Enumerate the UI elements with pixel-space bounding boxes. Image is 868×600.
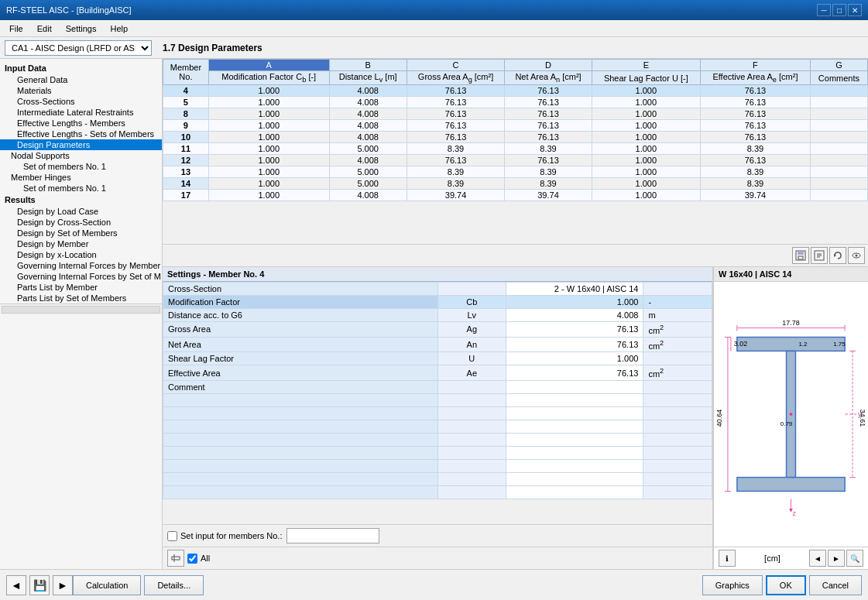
- sidebar-item-design-member[interactable]: Design by Member: [0, 238, 162, 249]
- settings-row[interactable]: Comment: [163, 380, 712, 393]
- sidebar-item-effective-lengths-sets[interactable]: Effective Lengths - Sets of Members: [0, 129, 162, 139]
- design-case-dropdown[interactable]: CA1 - AISC Design (LRFD or ASD): [5, 40, 152, 56]
- cs-footer: ℹ [cm] ◄ ► 🔍: [714, 547, 868, 569]
- table-row[interactable]: 13 1.000 5.000 8.39 8.39 1.000 8.39: [163, 166, 868, 178]
- settings-row[interactable]: Net Area An 76.13 cm2: [163, 337, 712, 352]
- settings-unit: cm2: [643, 337, 712, 352]
- sidebar-item-design-set-members[interactable]: Design by Set of Members: [0, 228, 162, 238]
- sidebar-item-governing-set[interactable]: Governing Internal Forces by Set of M: [0, 271, 162, 282]
- svg-text:1.75: 1.75: [833, 341, 846, 348]
- cell-member: 5: [163, 97, 209, 108]
- table-row[interactable]: 4 1.000 4.008 76.13 76.13 1.000 76.13: [163, 85, 868, 97]
- cell-net-area: 8.39: [505, 143, 592, 155]
- graphics-button[interactable]: Graphics: [702, 575, 763, 595]
- section-title: 1.7 Design Parameters: [156, 43, 269, 53]
- nav-save-btn[interactable]: 💾: [29, 575, 50, 595]
- settings-row-empty: [163, 393, 712, 406]
- table-row[interactable]: 14 1.000 5.000 8.39 8.39 1.000 8.39: [163, 178, 868, 190]
- cell-effective-area: 76.13: [701, 108, 811, 120]
- settings-unit: m: [643, 309, 712, 322]
- cell-net-area: 39.74: [505, 190, 592, 201]
- settings-add-btn[interactable]: [167, 550, 184, 567]
- export-icon-btn[interactable]: [811, 247, 828, 264]
- table-row[interactable]: 10 1.000 4.008 76.13 76.13 1.000 76.13: [163, 132, 868, 143]
- settings-row[interactable]: Gross Area Ag 76.13 cm2: [163, 322, 712, 338]
- save-icon-btn[interactable]: [792, 247, 809, 264]
- table-row[interactable]: 9 1.000 4.008 76.13 76.13 1.000 76.13: [163, 120, 868, 132]
- members-input[interactable]: [286, 528, 379, 543]
- sidebar-item-parts-list-set[interactable]: Parts List by Set of Members: [0, 293, 162, 303]
- minimize-button[interactable]: ─: [817, 4, 831, 16]
- settings-row[interactable]: Cross-Section 2 - W 16x40 | AISC 14: [163, 283, 712, 296]
- settings-row[interactable]: Effective Area Ae 76.13 cm2: [163, 365, 712, 381]
- sidebar-item-nodal-set1[interactable]: Set of members No. 1: [0, 161, 162, 172]
- cell-member: 4: [163, 85, 209, 97]
- cs-prev-btn[interactable]: ◄: [809, 550, 826, 567]
- sidebar-item-governing-member[interactable]: Governing Internal Forces by Member: [0, 260, 162, 271]
- eye-icon-btn[interactable]: [848, 247, 865, 264]
- settings-row-empty: [163, 406, 712, 420]
- cell-shear-lag: 1.000: [592, 132, 700, 143]
- sidebar-item-intermediate-lateral[interactable]: Intermediate Lateral Restraints: [0, 107, 162, 118]
- table-row[interactable]: 8 1.000 4.008 76.13 76.13 1.000 76.13: [163, 108, 868, 120]
- settings-value: [506, 380, 643, 393]
- details-button[interactable]: Details...: [144, 575, 204, 595]
- settings-row[interactable]: Shear Lag Factor U 1.000: [163, 352, 712, 365]
- svg-text:40.64: 40.64: [715, 410, 723, 427]
- sidebar-item-effective-lengths-members[interactable]: Effective Lengths - Members: [0, 118, 162, 129]
- sidebar-item-cross-sections[interactable]: Cross-Sections: [0, 96, 162, 107]
- settings-value: 4.008: [506, 309, 643, 322]
- nav-prev-btn[interactable]: ◄: [6, 575, 26, 595]
- settings-footer: Set input for members No.:: [163, 524, 712, 547]
- sidebar-item-design-cross-section[interactable]: Design by Cross-Section: [0, 217, 162, 228]
- cell-net-area: 76.13: [505, 85, 592, 97]
- cell-mod-factor: 1.000: [208, 97, 329, 108]
- cell-comments: [810, 85, 867, 97]
- undo-icon-btn[interactable]: [829, 247, 846, 264]
- sidebar-item-design-load-case[interactable]: Design by Load Case: [0, 206, 162, 217]
- cs-next-btn[interactable]: ►: [828, 550, 845, 567]
- cell-member: 8: [163, 108, 209, 120]
- menu-help[interactable]: Help: [104, 22, 134, 35]
- th-comments: Comments: [810, 71, 867, 85]
- menu-edit[interactable]: Edit: [31, 22, 58, 35]
- settings-row[interactable]: Modification Factor Cb 1.000 -: [163, 296, 712, 309]
- maximize-button[interactable]: □: [832, 4, 846, 16]
- sidebar-item-hinge-set1[interactable]: Set of members No. 1: [0, 183, 162, 194]
- ok-button[interactable]: OK: [766, 575, 806, 595]
- menu-file[interactable]: File: [3, 22, 29, 35]
- cell-gross-area: 8.39: [407, 178, 505, 190]
- calculation-button[interactable]: Calculation: [73, 575, 141, 595]
- svg-text:0.79: 0.79: [781, 420, 793, 427]
- table-row[interactable]: 11 1.000 5.000 8.39 8.39 1.000 8.39: [163, 143, 868, 155]
- sidebar-scrollbar[interactable]: [0, 303, 162, 314]
- sidebar-item-member-hinges[interactable]: Member Hinges: [0, 172, 162, 183]
- set-input-checkbox[interactable]: [167, 531, 177, 541]
- settings-panel: Settings - Member No. 4 Cross-Section 2 …: [163, 267, 713, 569]
- sidebar-item-general-data[interactable]: General Data: [0, 74, 162, 85]
- table-area: MemberNo. A B C D E F G Modification Fac…: [163, 59, 868, 245]
- sidebar-item-design-parameters[interactable]: Design Parameters: [0, 139, 162, 150]
- settings-row[interactable]: Distance acc. to G6 Lv 4.008 m: [163, 309, 712, 322]
- set-input-label[interactable]: Set input for members No.:: [167, 531, 282, 541]
- settings-row-empty: [163, 459, 712, 472]
- close-button[interactable]: ✕: [848, 4, 862, 16]
- sidebar-item-materials[interactable]: Materials: [0, 85, 162, 96]
- cs-zoom-btn[interactable]: 🔍: [846, 550, 863, 567]
- table-row[interactable]: 12 1.000 4.008 76.13 76.13 1.000 76.13: [163, 155, 868, 166]
- menu-settings[interactable]: Settings: [60, 22, 103, 35]
- settings-row-empty: [163, 420, 712, 433]
- left-buttons: ◄ 💾 ►: [6, 575, 73, 595]
- cancel-button[interactable]: Cancel: [809, 575, 862, 595]
- top-bar: CA1 - AISC Design (LRFD or ASD) 1.7 Desi…: [0, 37, 868, 59]
- nav-next-btn[interactable]: ►: [53, 575, 73, 595]
- th-member-no: MemberNo.: [163, 60, 209, 85]
- cs-info-btn[interactable]: ℹ: [719, 550, 736, 567]
- all-checkbox[interactable]: [187, 554, 197, 564]
- cell-distance: 4.008: [329, 97, 407, 108]
- table-row[interactable]: 17 1.000 4.008 39.74 39.74 1.000 39.74: [163, 190, 868, 201]
- table-row[interactable]: 5 1.000 4.008 76.13 76.13 1.000 76.13: [163, 97, 868, 108]
- sidebar-item-parts-list-member[interactable]: Parts List by Member: [0, 282, 162, 293]
- sidebar-item-design-x-location[interactable]: Design by x-Location: [0, 249, 162, 260]
- sidebar-item-nodal-supports[interactable]: Nodal Supports: [0, 150, 162, 161]
